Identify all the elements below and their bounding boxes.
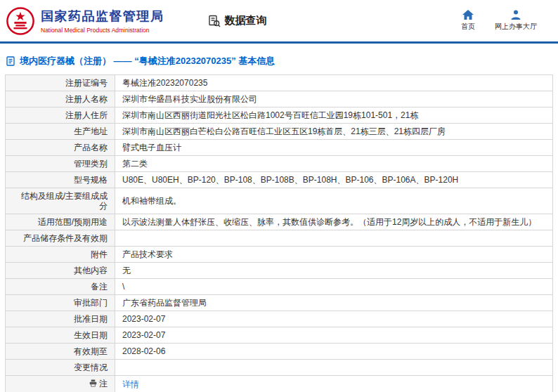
table-row: 其他内容无 <box>6 263 553 279</box>
row-value: 第二类 <box>115 156 553 172</box>
table-row: 批准日期2023-02-07 <box>6 311 553 327</box>
page-title: 境内医疗器械（注册） —— “粤械注准20232070235” 基本信息 <box>20 55 275 67</box>
table-row: 结构及组成/主要组成成分机和袖带组成。 <box>6 188 553 214</box>
table-row: 产品名称臂式电子血压计 <box>6 140 553 156</box>
table-row: 审批部门广东省药品监督管理局 <box>6 295 553 311</box>
row-label-text: 附件 <box>91 249 108 259</box>
row-value: 以示波法测量人体舒张压、收缩压、脉率，其数值供诊断参考。（适用于12周岁以上的成… <box>115 214 553 230</box>
row-label-text: 有效期至 <box>74 346 108 356</box>
row-label: 结构及组成/主要组成成分 <box>6 188 115 214</box>
table-row: 适用范围/预期用途以示波法测量人体舒张压、收缩压、脉率，其数值供诊断参考。（适用… <box>6 214 553 230</box>
row-label-text: 其他内容 <box>74 266 108 275</box>
row-label-text: 注册人名称 <box>65 94 108 104</box>
row-value: 产品技术要求 <box>115 247 553 263</box>
row-label-text: 变更情况 <box>74 362 108 372</box>
nav-data-query[interactable]: 数据查询 <box>208 14 267 27</box>
data-query-label: 数据查询 <box>225 14 267 27</box>
row-label: 变更情况 <box>6 360 115 376</box>
registration-info-table: 注册证编号粤械注准20232070235注册人名称深圳市华盛昌科技实业股份有限公… <box>5 74 553 392</box>
row-label-text: 审批部门 <box>74 298 108 308</box>
site-logo: 国家药品监督管理局 National Medical Products Admi… <box>6 6 164 36</box>
row-label-text: 生效日期 <box>74 330 108 340</box>
nav-service-hall[interactable]: 网上办事大厅 <box>495 10 537 32</box>
row-label-text: 产品储存条件及有效期 <box>23 233 108 243</box>
row-label-text: 产品名称 <box>74 143 108 152</box>
site-title: 国家药品监督管理局 National Medical Products Admi… <box>41 8 164 34</box>
table-row: 注册人住所深圳市南山区西丽街道阳光社区松白路1002号百旺信工业园19栋101-… <box>6 107 553 124</box>
row-label: 型号规格 <box>6 172 115 188</box>
table-row: 注详情 <box>6 376 553 392</box>
row-label: 产品储存条件及有效期 <box>6 230 115 247</box>
org-name-cn: 国家药品监督管理局 <box>41 8 164 25</box>
row-label: 注册人名称 <box>6 91 115 107</box>
home-label: 首页 <box>461 22 475 32</box>
row-value: 广东省药品监督管理局 <box>115 295 553 311</box>
table-row: 附件产品技术要求 <box>6 247 553 263</box>
row-label: 产品名称 <box>6 140 115 156</box>
detail-link[interactable]: 详情 <box>122 379 139 389</box>
note-icon <box>89 379 97 389</box>
service-hall-label: 网上办事大厅 <box>495 22 537 32</box>
row-label-text: 注 <box>99 379 108 388</box>
row-label-text: 注册证编号 <box>65 78 108 88</box>
row-label-text: 适用范围/预期用途 <box>38 217 108 227</box>
row-value: U80E、U80EH、BP-120、BP-108、BP-108B、BP-108H… <box>115 172 553 188</box>
table-row: 生产地址深圳市南山区西丽白芒松白公路百旺信工业区五区19栋首层、21栋三层、21… <box>6 124 553 140</box>
row-value <box>115 360 553 376</box>
site-header: 国家药品监督管理局 National Medical Products Admi… <box>0 0 558 44</box>
table-row: 有效期至2028-02-06 <box>6 344 553 360</box>
table-row: 管理类别第二类 <box>6 156 553 172</box>
home-icon <box>462 10 474 20</box>
row-label-text: 批准日期 <box>74 314 108 324</box>
table-row: 注册证编号粤械注准20232070235 <box>6 75 553 91</box>
breadcrumb: 境内医疗器械（注册） —— “粤械注准20232070235” 基本信息 <box>0 44 558 74</box>
table-row: 备注\ <box>6 279 553 295</box>
table-row: 变更情况 <box>6 360 553 376</box>
row-value: 无 <box>115 263 553 279</box>
data-query-icon <box>208 15 221 27</box>
row-label: 有效期至 <box>6 344 115 360</box>
row-value: 臂式电子血压计 <box>115 140 553 156</box>
row-value: \ <box>115 279 553 295</box>
row-value: 深圳市南山区西丽街道阳光社区松白路1002号百旺信工业园19栋101-501，2… <box>115 107 553 124</box>
row-value <box>115 230 553 247</box>
row-label-text: 结构及组成/主要组成成分 <box>21 191 108 211</box>
table-row: 注册人名称深圳市华盛昌科技实业股份有限公司 <box>6 91 553 107</box>
row-label-text: 管理类别 <box>74 159 108 169</box>
row-value: 深圳市南山区西丽白芒松白公路百旺信工业区五区19栋首层、21栋三层、21栋四层厂… <box>115 124 553 140</box>
row-label: 审批部门 <box>6 295 115 311</box>
row-label: 生效日期 <box>6 327 115 344</box>
header-quick-links: 首页 网上办事大厅 <box>461 10 537 32</box>
document-icon <box>6 56 15 66</box>
table-row: 产品储存条件及有效期 <box>6 230 553 247</box>
row-label: 注 <box>6 376 115 392</box>
nmpa-emblem-icon <box>6 6 35 36</box>
row-value: 2028-02-06 <box>115 344 553 360</box>
row-label: 其他内容 <box>6 263 115 279</box>
row-label: 注册证编号 <box>6 75 115 91</box>
row-label-text: 型号规格 <box>74 175 108 185</box>
row-label: 批准日期 <box>6 311 115 327</box>
nav-home[interactable]: 首页 <box>461 10 475 32</box>
person-icon <box>511 10 521 20</box>
row-value: 机和袖带组成。 <box>115 188 553 214</box>
table-row: 生效日期2023-02-07 <box>6 327 553 344</box>
row-value: 详情 <box>115 376 553 392</box>
row-value: 2023-02-07 <box>115 311 553 327</box>
row-label-text: 生产地址 <box>74 126 108 136</box>
row-label: 备注 <box>6 279 115 295</box>
row-value: 粤械注准20232070235 <box>115 75 553 91</box>
row-label: 适用范围/预期用途 <box>6 214 115 230</box>
row-label: 附件 <box>6 247 115 263</box>
row-label: 管理类别 <box>6 156 115 172</box>
row-label-text: 备注 <box>91 282 108 292</box>
row-label-text: 注册人住所 <box>65 110 108 120</box>
row-label: 注册人住所 <box>6 107 115 124</box>
info-table-body: 注册证编号粤械注准20232070235注册人名称深圳市华盛昌科技实业股份有限公… <box>6 75 553 392</box>
row-value: 2023-02-07 <box>115 327 553 344</box>
row-label: 生产地址 <box>6 124 115 140</box>
row-value: 深圳市华盛昌科技实业股份有限公司 <box>115 91 553 107</box>
org-name-en: National Medical Products Administration <box>41 27 164 34</box>
table-row: 型号规格U80E、U80EH、BP-120、BP-108、BP-108B、BP-… <box>6 172 553 188</box>
